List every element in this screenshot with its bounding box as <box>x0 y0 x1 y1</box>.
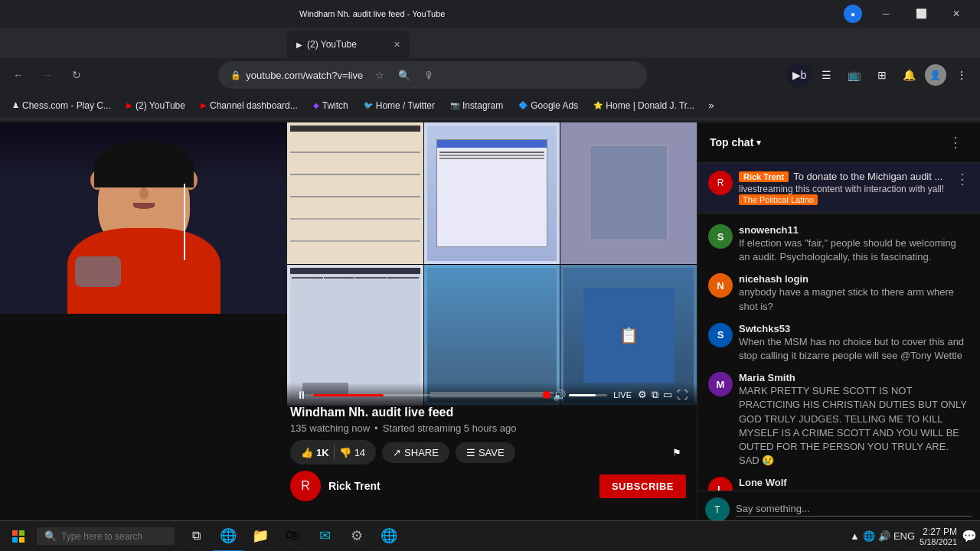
taskbar-app-fileexplorer[interactable]: 📁 <box>245 521 276 552</box>
top-chat-selector[interactable]: Top chat ▾ <box>710 136 761 148</box>
svg-rect-1 <box>19 530 24 536</box>
theater-icon[interactable]: ▭ <box>663 389 672 401</box>
bookmark-chess[interactable]: ♟ Chess.com - Play C... <box>6 97 117 114</box>
pause-button[interactable]: ⏸ <box>296 389 307 401</box>
taskbar-clock[interactable]: 2:27 PM 5/18/2021 <box>920 527 957 546</box>
sidebar-bottom <box>0 314 287 551</box>
bookmark-chess-label: Chess.com - Play C... <box>22 100 111 111</box>
flag-icon: ⚑ <box>672 447 681 458</box>
cell3-content <box>564 126 694 261</box>
cast-icon[interactable]: 📺 <box>842 63 867 87</box>
face-background <box>0 122 287 314</box>
back-button[interactable]: ← <box>6 63 31 87</box>
more-icon[interactable]: ⋮ <box>949 63 974 87</box>
msg-avatar-3: S <box>708 323 733 347</box>
volume-bar[interactable] <box>569 394 607 396</box>
share-button[interactable]: ↗ SHARE <box>382 442 449 463</box>
pinned-message: R Rick Trent To donate to the Michigan a… <box>697 163 980 214</box>
extensions-icon[interactable]: ☰ <box>815 63 839 87</box>
bookmark-twitter[interactable]: 🐦 Home / Twitter <box>358 97 441 114</box>
screen-line <box>439 152 544 153</box>
msg-avatar-1: S <box>708 224 733 249</box>
taskbar-app-browser2[interactable]: 🌐 <box>374 521 404 552</box>
msg-username-1: snowench11 <box>739 224 969 236</box>
reload-button[interactable]: ↻ <box>64 63 89 87</box>
save-button[interactable]: ☰ SAVE <box>456 442 515 463</box>
video-cell-2 <box>424 122 560 264</box>
minimize-button[interactable]: ─ <box>868 3 903 24</box>
volume-icon[interactable]: 🔊 <box>878 530 890 542</box>
address-bar[interactable]: 🔒 youtube.com/watch?v=live ☆ 🔍 🎙 <box>218 61 647 89</box>
search-icon: 🔍 <box>44 530 57 542</box>
avatar-icon[interactable]: 👤 <box>925 64 946 86</box>
microphone-icon[interactable]: 🎙 <box>418 64 439 86</box>
progress-fill <box>313 394 384 396</box>
chat-message-1: S snowench11 If election was "fair," peo… <box>701 220 977 269</box>
chat-message-4: M Maria Smith MARK PRETTY SURE SCOTT IS … <box>701 367 977 472</box>
chat-menu-button[interactable]: ⋮ <box>943 130 968 155</box>
fullscreen-icon[interactable]: ⛶ <box>677 389 688 401</box>
progress-bar[interactable] <box>313 394 547 396</box>
bookmark-instagram[interactable]: 📷 Instagram <box>444 97 509 114</box>
watching-count: 135 watching now <box>290 422 370 434</box>
video-actions: 👍 1K 👎 14 ↗ SHARE ☰ SAVE ⚑ <box>289 440 688 465</box>
bookmark-trump[interactable]: ⭐ Home | Donald J. Tr... <box>587 97 701 114</box>
bookmark-instagram-label: Instagram <box>462 100 503 111</box>
volume-icon[interactable]: 🔊 <box>553 389 566 401</box>
taskbar-search[interactable]: 🔍 <box>37 527 175 545</box>
start-button[interactable] <box>3 521 34 552</box>
bookmark-twitch[interactable]: ◆ Twitch <box>307 97 354 114</box>
pinned-message-text: To donate to the Michigan audit ... <box>793 171 942 182</box>
miniplayer-icon[interactable]: ⧉ <box>652 389 658 401</box>
tab-favicon-icon: ▶ <box>296 41 302 49</box>
flag-button[interactable]: ⚑ <box>668 442 686 463</box>
cell3-doc <box>590 145 668 240</box>
subscribe-button[interactable]: SUBSCRIBE <box>599 474 686 498</box>
profile-icon[interactable]: ● <box>844 5 862 23</box>
search-icon[interactable]: 🔍 <box>394 64 415 86</box>
channel-name[interactable]: Rick Trent <box>328 480 381 492</box>
thumbs-down-icon: 👎 <box>339 447 351 458</box>
more-bookmarks[interactable]: » <box>704 96 718 114</box>
taskbar-app-mail[interactable]: ✉ <box>309 521 340 552</box>
bookmark-twitter-label: Home / Twitter <box>376 100 435 111</box>
tray-arrow-icon[interactable]: ▲ <box>850 530 860 542</box>
network-icon[interactable]: 🌐 <box>863 530 875 542</box>
bookmark-star-icon[interactable]: ☆ <box>369 64 390 86</box>
forward-button[interactable]: → <box>35 63 60 87</box>
notification-badge[interactable]: 💬 <box>962 529 977 543</box>
tab-close[interactable]: ✕ <box>394 40 400 50</box>
taskbar-apps: ⧉ 🌐 📁 🛍 ✉ ⚙ 🌐 <box>181 521 404 552</box>
apps-icon[interactable]: ⊞ <box>870 63 894 87</box>
taskbar-search-input[interactable] <box>61 531 161 542</box>
notifications-icon[interactable]: 🔔 <box>897 63 922 87</box>
screen-content <box>436 139 547 247</box>
taskbar-app-settings[interactable]: ⚙ <box>341 521 372 552</box>
cell4-header <box>290 268 420 274</box>
taskbar-app-chrome[interactable]: 🌐 <box>213 521 243 552</box>
chat-input-row: T Say something... <box>705 497 972 522</box>
bookmark-channel[interactable]: ▶ Channel dashboard... <box>194 97 304 114</box>
bookmark-google-ads[interactable]: 🔷 Google Ads <box>512 97 584 114</box>
restore-button[interactable]: ⬜ <box>903 3 939 24</box>
yt-icon[interactable]: ▶b <box>787 63 812 87</box>
svg-rect-2 <box>12 537 18 543</box>
trump-favicon: ⭐ <box>593 101 603 109</box>
taskbar-app-taskview[interactable]: ⧉ <box>181 521 211 552</box>
like-button[interactable]: 👍 1K 👎 14 <box>290 440 376 465</box>
toolbar-right: ▶b ☰ 📺 ⊞ 🔔 👤 ⋮ <box>787 63 974 87</box>
close-button[interactable]: ✕ <box>939 3 974 24</box>
camera-view <box>0 122 287 314</box>
settings-icon[interactable]: ⚙ <box>638 389 647 401</box>
title-bar: Windham Nh. audit live feed - YouTube ● … <box>0 0 980 28</box>
google-ads-favicon: 🔷 <box>518 101 528 109</box>
taskbar: 🔍 ⧉ 🌐 📁 🛍 ✉ ⚙ 🌐 ▲ 🌐 🔊 ENG 2:27 PM 5/18/2… <box>0 520 980 551</box>
pinned-sub-text: livestreaming this content with interact… <box>739 184 949 205</box>
cell4-line <box>292 277 323 279</box>
cell4-line <box>355 277 387 279</box>
tab-active[interactable]: ▶ (2) YouTube ✕ <box>287 31 410 58</box>
taskbar-app-store[interactable]: 🛍 <box>277 521 308 552</box>
pinned-more-button[interactable]: ⋮ <box>956 171 969 187</box>
chess-favicon: ♟ <box>12 101 19 109</box>
bookmark-yt1[interactable]: ▶ (2) YouTube <box>120 97 191 114</box>
